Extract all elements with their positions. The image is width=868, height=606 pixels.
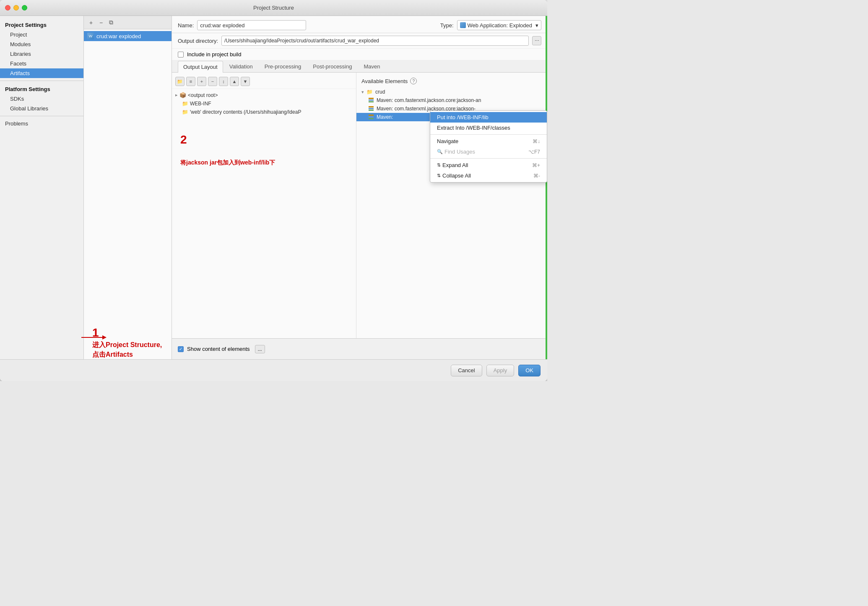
tab-postprocessing[interactable]: Post-processing xyxy=(307,60,357,72)
name-input[interactable] xyxy=(197,20,306,30)
output-dir-input[interactable] xyxy=(221,36,529,46)
ctx-item-expand-all[interactable]: ⇅ Expand All ⌘+ xyxy=(430,160,547,170)
include-build-label: Include in project build xyxy=(187,51,241,57)
artifact-list-item[interactable]: W crud:war exploded xyxy=(84,31,172,41)
maven-icon-1 xyxy=(368,97,374,103)
ok-button[interactable]: OK xyxy=(518,365,541,376)
show-content-dots-button[interactable]: ... xyxy=(255,345,265,353)
search-icon: 🔍 xyxy=(437,149,443,154)
window: Project Structure Project Settings Proje… xyxy=(0,0,547,381)
minimize-button[interactable] xyxy=(13,5,19,10)
navigate-shortcut: ⌘↓ xyxy=(533,138,540,144)
tab-maven[interactable]: Maven xyxy=(358,60,385,72)
add-artifact-button[interactable]: + xyxy=(87,19,95,26)
sidebar-item-sdks[interactable]: SDKs xyxy=(0,94,83,104)
sidebar-item-facets[interactable]: Facets xyxy=(0,59,83,68)
fields-row: Name: Type: Web Application: Exploded ▾ xyxy=(172,16,547,33)
tree-item-web-dir[interactable]: 📁 'web' directory contents (/Users/shihu… xyxy=(172,108,356,116)
tab-output-layout[interactable]: Output Layout xyxy=(178,61,223,73)
tree-remove-button[interactable]: − xyxy=(208,77,217,86)
expand-all-icon: ⇅ xyxy=(437,162,441,168)
copy-artifact-button[interactable]: ⧉ xyxy=(107,19,115,26)
maven-icon-3 xyxy=(368,114,374,120)
window-title: Project Structure xyxy=(253,5,294,11)
output-dir-row: Output directory: ⋯ xyxy=(172,33,547,49)
maximize-button[interactable] xyxy=(22,5,27,10)
show-content-row: ✓ Show content of elements ... xyxy=(178,345,265,353)
sidebar-divider-2 xyxy=(0,116,83,116)
output-root-icon: 📦 xyxy=(179,92,186,98)
dialog-footer: Cancel Apply OK xyxy=(0,359,547,381)
title-bar: Project Structure xyxy=(0,0,547,16)
annotation-arrow-1 xyxy=(81,331,107,344)
available-elements-panel: Available Elements ? ▾ 📁 crud xyxy=(356,73,547,338)
ctx-item-collapse-all[interactable]: ⇅ Collapse All ⌘- xyxy=(430,170,547,181)
sidebar-item-modules[interactable]: Modules xyxy=(0,39,83,49)
sidebar: Project Settings Project Modules Librari… xyxy=(0,16,84,359)
apply-button[interactable]: Apply xyxy=(486,365,515,376)
annotation-number-2: 2 xyxy=(180,133,187,146)
name-field-group: Name: xyxy=(178,20,306,30)
close-button[interactable] xyxy=(5,5,10,10)
ctx-item-extract-into[interactable]: Extract Into /WEB-INF/classes xyxy=(430,123,547,133)
tree-down-button[interactable]: ▼ xyxy=(241,77,250,86)
type-select[interactable]: Web Application: Exploded ▾ xyxy=(457,20,541,30)
show-content-checkbox[interactable]: ✓ xyxy=(178,346,184,352)
expand-all-shortcut: ⌘+ xyxy=(532,162,540,168)
tab-validation[interactable]: Validation xyxy=(224,60,258,72)
tab-preprocessing[interactable]: Pre-processing xyxy=(259,60,307,72)
ctx-separator-1 xyxy=(430,134,547,135)
annotation-text-2: 将jackson jar包加入到web-inf/lib下 xyxy=(180,159,348,167)
output-dir-browse-button[interactable]: ⋯ xyxy=(532,36,541,45)
type-label: Type: xyxy=(440,22,454,29)
tree-sort-button[interactable]: ↕ xyxy=(219,77,228,86)
artifact-icon: W xyxy=(87,33,94,39)
sidebar-item-libraries[interactable]: Libraries xyxy=(0,49,83,59)
ctx-separator-2 xyxy=(430,158,547,159)
platform-settings-header: Platform Settings xyxy=(0,84,83,94)
context-menu: Put into /WEB-INF/lib Extract Into /WEB-… xyxy=(430,110,547,183)
avail-item-crud-group[interactable]: ▾ 📁 crud xyxy=(356,88,547,96)
sidebar-divider xyxy=(0,81,83,81)
maven-icon-2 xyxy=(368,106,374,112)
collapse-all-icon: ⇅ xyxy=(437,173,441,178)
tree-up-button[interactable]: ▲ xyxy=(230,77,239,86)
available-elements-help-button[interactable]: ? xyxy=(410,78,417,84)
type-field-group: Type: Web Application: Exploded ▾ xyxy=(440,20,541,30)
cancel-button[interactable]: Cancel xyxy=(451,365,482,376)
tree-toolbar: 📁 ≡ + − ↕ ▲ ▼ xyxy=(172,76,356,89)
ctx-item-navigate[interactable]: Navigate ⌘↓ xyxy=(430,136,547,146)
avail-item-maven-1[interactable]: Maven: com.fasterxml.jackson.core:jackso… xyxy=(356,96,547,104)
tree-add-directory-button[interactable]: 📁 xyxy=(175,77,185,86)
artifact-panel: + − ⧉ W crud:war exploded 1 xyxy=(84,16,172,359)
annotation-number-1: 1 xyxy=(92,327,99,339)
traffic-lights xyxy=(5,5,27,10)
sidebar-item-global-libraries[interactable]: Global Libraries xyxy=(0,104,83,113)
include-build-row: Include in project build xyxy=(172,49,547,60)
artifact-list: W crud:war exploded xyxy=(84,29,172,319)
folder-icon: 📁 xyxy=(182,101,188,107)
collapse-all-shortcut: ⌘- xyxy=(533,173,540,179)
tree-layout-button[interactable]: ≡ xyxy=(186,77,195,86)
sidebar-item-problems[interactable]: Problems xyxy=(0,119,83,128)
folder-icon-crud: 📁 xyxy=(366,89,373,95)
tree-add-button[interactable]: + xyxy=(197,77,206,86)
main-content: Project Settings Project Modules Librari… xyxy=(0,16,547,359)
expand-icon: ▸ xyxy=(175,92,178,98)
remove-artifact-button[interactable]: − xyxy=(97,19,105,26)
sidebar-item-project[interactable]: Project xyxy=(0,30,83,39)
find-usages-shortcut: ⌥F7 xyxy=(528,149,540,155)
content-split: 📁 ≡ + − ↕ ▲ ▼ ▸ 📦 <output root> � xyxy=(172,73,547,338)
show-content-label: Show content of elements xyxy=(187,346,250,352)
chevron-down-icon: ▾ xyxy=(535,22,538,29)
sidebar-item-artifacts[interactable]: Artifacts xyxy=(0,68,83,78)
tree-item-output-root[interactable]: ▸ 📦 <output root> xyxy=(172,91,356,99)
tree-item-web-inf[interactable]: 📁 WEB-INF xyxy=(172,99,356,108)
name-label: Name: xyxy=(178,22,194,29)
ctx-item-find-usages[interactable]: 🔍 Find Usages ⌥F7 xyxy=(430,146,547,157)
right-content: Name: Type: Web Application: Exploded ▾ … xyxy=(172,16,547,359)
output-dir-label: Output directory: xyxy=(178,38,218,44)
ctx-item-put-into-webinf[interactable]: Put into /WEB-INF/lib xyxy=(430,112,547,123)
annotation-text-1: 进入Project Structure,点击Artifacts xyxy=(92,340,166,359)
include-build-checkbox[interactable] xyxy=(178,52,184,57)
